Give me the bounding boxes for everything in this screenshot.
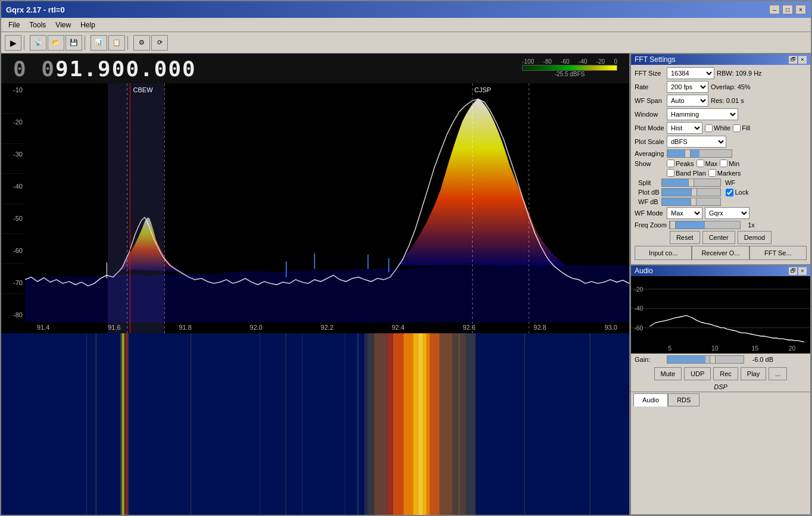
refresh-button[interactable]: ⟳ (151, 35, 168, 51)
fft-settings-restore-btn[interactable]: 🗗 (789, 56, 797, 64)
scale-label-4: -40 (579, 58, 587, 65)
fft-settings-panel: FFT Settings 🗗 × FFT Size 16384 RBW: 109… (630, 54, 811, 265)
rbw-label: RBW: 109.9 Hz (717, 70, 762, 77)
bottom-btn-row: Input co... Receiver O... FFT Se... (635, 246, 807, 260)
audio-tab-rds[interactable]: RDS (668, 393, 699, 406)
window-select[interactable]: Hamming (667, 108, 738, 120)
x-axis: 91.4 91.6 91.8 92.0 92.2 92.4 92.6 92.8 … (25, 321, 629, 333)
svg-rect-38 (631, 276, 810, 354)
gain-label: Gain: (635, 356, 664, 363)
split-slider[interactable] (661, 179, 721, 187)
max-checkbox-label[interactable]: Max (697, 160, 718, 167)
audio-tab-row: Audio RDS (631, 392, 810, 408)
band-plan-checkbox[interactable] (667, 169, 674, 177)
peaks-checkbox-label[interactable]: Peaks (667, 160, 694, 167)
demod-button-2[interactable]: Demod (738, 231, 772, 244)
reset-button[interactable]: Reset (670, 231, 700, 244)
band-plan-checkbox-label[interactable]: Band Plan (667, 169, 706, 177)
freq-zoom-slider[interactable] (669, 221, 741, 229)
wf-color-select[interactable]: Gqrx (705, 207, 749, 219)
scale-label-1: -100 (522, 58, 534, 65)
device-button[interactable]: 📡 (30, 35, 46, 51)
white-checkbox-label[interactable]: White (705, 124, 730, 132)
wf-mode-select[interactable]: Max Min Avg (667, 207, 702, 219)
plot-db-row: Plot dB Lock (635, 188, 807, 198)
fft-se-button[interactable]: FFT Se... (749, 246, 807, 260)
audio-tab-audio[interactable]: Audio (633, 393, 668, 406)
fft-settings-body: FFT Size 16384 RBW: 109.9 Hz Rate 200 fp… (631, 65, 810, 264)
plot-scale-select[interactable]: dBFS (667, 136, 726, 148)
menu-view[interactable]: View (51, 20, 76, 30)
fft-settings-close-btn[interactable]: × (798, 56, 807, 64)
markers-label: Markers (717, 170, 741, 177)
fft-panel[interactable]: -10 -20 -30 -40 -50 -60 -70 -80 (1, 83, 629, 333)
gain-slider[interactable] (667, 355, 744, 364)
x-label-4: 92.0 (250, 324, 263, 331)
wf-span-select[interactable]: Auto (667, 95, 708, 107)
play-button[interactable]: ▶ (5, 35, 21, 51)
min-checkbox[interactable] (720, 160, 727, 167)
mute-button[interactable]: Mute (654, 367, 682, 380)
plot-db-slider[interactable] (661, 188, 721, 196)
svg-rect-8 (364, 333, 367, 515)
waterfall-section[interactable] (1, 333, 629, 515)
input-co-button[interactable]: Input co... (635, 246, 692, 260)
main-content: 0 091.900.000 -100 -80 -60 -40 -20 0 -25… (1, 54, 811, 515)
averaging-row: Averaging (635, 149, 807, 158)
open-button[interactable]: 📂 (48, 35, 64, 51)
min-checkbox-label[interactable]: Min (720, 160, 739, 167)
udp-button[interactable]: UDP (684, 367, 711, 380)
rec-button-2[interactable]: Rec (713, 367, 738, 380)
markers-checkbox[interactable] (708, 169, 716, 177)
peaks-checkbox[interactable] (667, 160, 674, 167)
settings-button[interactable]: ⚙ (133, 35, 150, 51)
wf-db-slider[interactable] (661, 198, 721, 206)
svg-text:10: 10 (711, 344, 719, 351)
save-button[interactable]: 💾 (65, 35, 82, 51)
x-label-8: 92.8 (533, 324, 546, 331)
rate-select[interactable]: 200 fps (667, 81, 708, 93)
audio-display: -20 -40 -60 5 10 15 20 (631, 276, 810, 354)
channel-dashed-line-3 (472, 83, 473, 333)
svg-rect-15 (466, 333, 475, 515)
lock-checkbox-label[interactable]: Lock (726, 189, 748, 196)
audio-svg: -20 -40 -60 5 10 15 20 (631, 276, 810, 354)
fill-checkbox-label[interactable]: Fill (733, 124, 750, 132)
scale-label-2: -80 (543, 58, 551, 65)
minimize-button[interactable]: – (769, 5, 780, 14)
menu-tools[interactable]: Tools (24, 20, 51, 30)
menu-help[interactable]: Help (76, 20, 100, 30)
menu-file[interactable]: File (4, 20, 24, 30)
audio-close-btn[interactable]: × (798, 267, 807, 275)
maximize-button[interactable]: □ (782, 5, 793, 14)
peaks-label: Peaks (676, 160, 694, 167)
show-row: Show Peaks Max Min (635, 160, 807, 167)
channel-dashed-line-1 (127, 83, 127, 333)
channel-label-cbew: CBEW (133, 86, 153, 93)
audio-panel-header: Audio 🗗 × (631, 265, 810, 276)
fill-checkbox[interactable] (733, 124, 741, 132)
freq-zoom-row: Freq Zoom 1x (635, 221, 807, 229)
demod-button[interactable]: 📊 (90, 35, 107, 51)
waterfall-svg (1, 333, 629, 515)
gain-value: -6.0 dB (747, 356, 773, 363)
max-checkbox[interactable] (697, 160, 704, 167)
plot-mode-label: Plot Mode (635, 124, 664, 132)
averaging-slider[interactable] (667, 149, 732, 158)
rec-button[interactable]: 📋 (108, 35, 125, 51)
markers-checkbox-label[interactable]: Markers (708, 169, 741, 177)
plot-mode-select[interactable]: Hist (667, 122, 702, 134)
more-button[interactable]: ... (769, 367, 787, 380)
white-label: White (714, 124, 730, 132)
channel-dashed-line-2 (164, 83, 165, 333)
close-button[interactable]: × (795, 5, 806, 14)
lock-checkbox[interactable] (726, 189, 733, 196)
audio-restore-btn[interactable]: 🗗 (789, 267, 797, 275)
svg-rect-9 (367, 333, 374, 515)
white-checkbox[interactable] (705, 124, 713, 132)
center-button[interactable]: Center (702, 231, 735, 244)
play-button-2[interactable]: Play (741, 367, 766, 380)
fft-size-select[interactable]: 16384 (667, 67, 714, 79)
receiver-o-button[interactable]: Receiver O... (692, 246, 749, 260)
plot-mode-row: Plot Mode Hist White Fill (635, 122, 807, 134)
